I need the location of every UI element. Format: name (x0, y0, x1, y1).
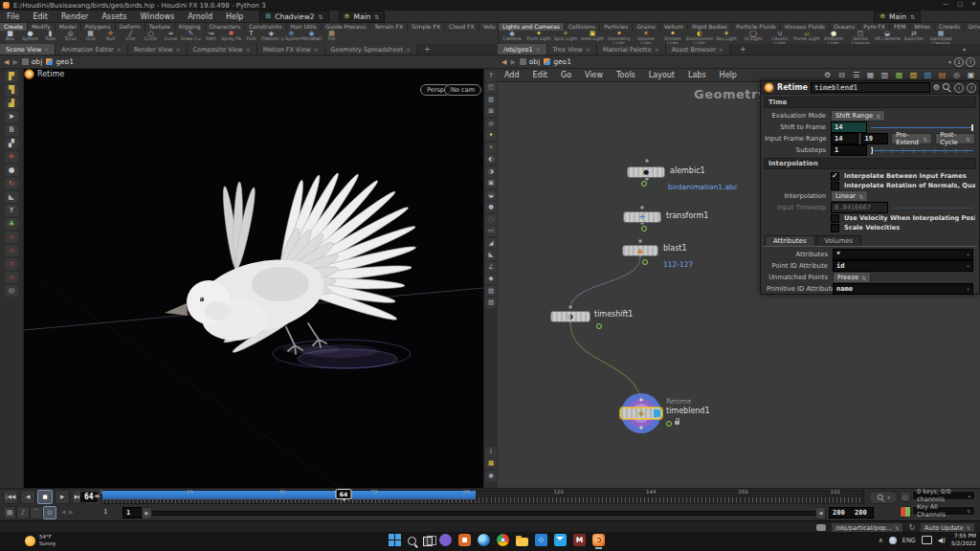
close-icon[interactable]: × (586, 46, 590, 53)
view-combo[interactable]: ⊕ Main ⇅ (339, 11, 386, 23)
shift-to-frame-field[interactable]: 14 (831, 121, 867, 133)
tool-ambient-light[interactable]: ● Ambient Light (820, 31, 847, 44)
angle-icon[interactable]: ∠ (485, 262, 497, 273)
shelf-tab[interactable]: Modify (28, 23, 56, 31)
camera-pill[interactable]: No cam (444, 84, 481, 96)
detail-view-icon[interactable]: ▥ (880, 70, 890, 80)
rotate-tool-icon[interactable]: ↻ (5, 178, 18, 189)
pre-extend-dropdown[interactable]: Pre-Extend⇅ (891, 133, 932, 144)
node-transform1[interactable]: ✛ (623, 211, 661, 223)
transport-button[interactable]: ■ (37, 490, 53, 504)
display-options-icon[interactable]: ◫ (485, 82, 497, 93)
pane-tab[interactable]: Asset Browser× (666, 44, 730, 55)
range-prev-icon[interactable]: ◀ (61, 508, 66, 515)
smooth-shade-icon[interactable]: ◒ (485, 190, 497, 201)
attributes-field[interactable]: *▾ (833, 249, 973, 260)
customize-icon[interactable]: ⚙ (822, 70, 833, 80)
list-view-icon[interactable]: ☰ (851, 70, 861, 80)
node-badge[interactable] (666, 421, 672, 427)
message-bubble-icon[interactable] (816, 524, 826, 531)
m-app-icon[interactable]: M (573, 534, 586, 546)
chevron-down-icon[interactable]: ▾ (967, 262, 969, 270)
shelf-tab[interactable]: Wires (910, 23, 935, 31)
breadcrumb-geo1[interactable]: geo1 (544, 57, 571, 66)
snap-prim-icon[interactable]: ∩ (5, 272, 18, 283)
node-timeshift1[interactable]: ◑ (550, 311, 590, 322)
shelf-tab[interactable]: Grains (633, 23, 659, 31)
section-time[interactable]: Time (764, 97, 976, 108)
close-icon[interactable]: × (536, 46, 541, 53)
node-name[interactable]: transform1 (666, 211, 708, 220)
character-icon[interactable]: ♣ (5, 218, 18, 230)
selection-mask-icon[interactable]: ▞ (5, 138, 18, 149)
menu-item[interactable]: Edit (526, 71, 555, 79)
secure-selection-icon[interactable]: B (5, 124, 18, 136)
move-tool-icon[interactable]: ● (5, 165, 18, 176)
unmatched-points-dropdown[interactable]: Freeze⇅ (833, 272, 871, 283)
lighting-normal-icon[interactable]: ✦ (485, 130, 497, 141)
global-end-field[interactable]: 200 (851, 507, 874, 518)
pane-tab[interactable]: Composite View× (188, 44, 257, 55)
shelf-tab[interactable]: Collisions (565, 23, 600, 31)
interpolation-dropdown[interactable]: Linear⇅ (831, 190, 868, 202)
layout-icon-3[interactable]: ▟ (5, 98, 18, 109)
close-icon[interactable]: × (314, 46, 319, 53)
breadcrumb-obj[interactable]: obj (520, 57, 540, 66)
timeline[interactable] (101, 490, 864, 504)
houdini-taskbar-icon[interactable] (592, 534, 605, 546)
forward-icon[interactable]: ▶ (510, 58, 515, 66)
color-palette-icon[interactable]: ▩ (894, 70, 904, 80)
menu-item[interactable]: Windows (133, 12, 181, 21)
minimize-button[interactable]: — (943, 0, 948, 7)
weather-widget[interactable]: 54°F Sunny (25, 534, 56, 547)
shelf-tab[interactable]: Characters (206, 23, 246, 31)
close-icon[interactable]: × (117, 46, 122, 53)
wire-shaded-icon[interactable]: ▥ (485, 95, 497, 105)
node-alembic1[interactable]: ● (627, 166, 665, 178)
photos-app-icon[interactable]: ◇ (535, 534, 547, 546)
forward-icon[interactable]: ▶ (12, 58, 17, 66)
tool-geometry-light[interactable]: ✦ Geometry Light (606, 31, 633, 44)
help-icon[interactable]: ? (485, 71, 497, 81)
tray-weather-icon[interactable] (889, 537, 897, 544)
help-icon[interactable]: ? (966, 57, 975, 67)
tool-circle[interactable]: ○ Circle (141, 31, 161, 44)
auto-key-icon[interactable] (900, 506, 911, 518)
layout-icon-2[interactable]: ▜ (5, 84, 18, 96)
node-name[interactable]: timeblend1 (666, 407, 710, 415)
right-desktop-combo[interactable]: ⊕ Main ⇅ (874, 11, 921, 23)
param-tab[interactable]: Attributes (765, 235, 815, 246)
snap-edge-icon[interactable]: ∩ (5, 258, 18, 270)
tool-vr-camera[interactable]: ◒ VR Camera (874, 31, 901, 44)
display-flag[interactable] (654, 409, 660, 417)
search-taskbar-icon[interactable] (408, 537, 416, 545)
anim-options-icon[interactable]: ⊙ (43, 506, 56, 519)
menu-item[interactable]: Help (219, 12, 250, 21)
snapshot-icon[interactable]: ◉ (485, 471, 497, 481)
interpolate-frames-checkbox[interactable] (831, 172, 839, 181)
shelf-tab[interactable]: Oceans (830, 23, 859, 31)
view-tool-icon[interactable]: ◎ (5, 285, 18, 297)
back-icon[interactable]: ◀ (501, 58, 506, 66)
tool-stereo-camera[interactable]: ◫ Stereo Camera (847, 31, 874, 44)
tool-sphere[interactable]: ● Sphere (20, 31, 40, 44)
layers-icon[interactable]: ▤ (937, 70, 947, 80)
tool-line[interactable]: ╱ Line (121, 31, 141, 44)
shelf-tab[interactable]: Hair Utils (287, 23, 322, 31)
pin-count-icon[interactable]: 1 (954, 57, 964, 67)
grid-toggle-icon[interactable]: ▦ (485, 458, 497, 469)
tool-volume-light[interactable]: ☀ Volume Light (633, 31, 659, 44)
prims-icon[interactable]: ◌ (485, 214, 497, 225)
shelf-tab[interactable]: Rigid Bodies (688, 23, 732, 31)
range-end-field[interactable]: 200 (829, 507, 852, 518)
maximize-button[interactable]: ▢ (957, 0, 963, 7)
tool-draw-curve[interactable]: ✎ Draw Curve (181, 31, 201, 44)
shelf-tab[interactable]: Terrain FX (370, 23, 408, 31)
tool-switcher[interactable]: ⇄ Switcher (901, 31, 927, 44)
template-icon[interactable]: ▨ (485, 286, 497, 297)
node-name[interactable]: timeshift1 (594, 310, 633, 319)
shelf-tab[interactable]: FEM (890, 23, 910, 31)
lighting-hq-icon[interactable]: ✧ (485, 143, 497, 153)
shelf-tab[interactable]: Particles (600, 23, 633, 31)
scene-viewport[interactable]: Retime Persp No cam (24, 69, 483, 488)
